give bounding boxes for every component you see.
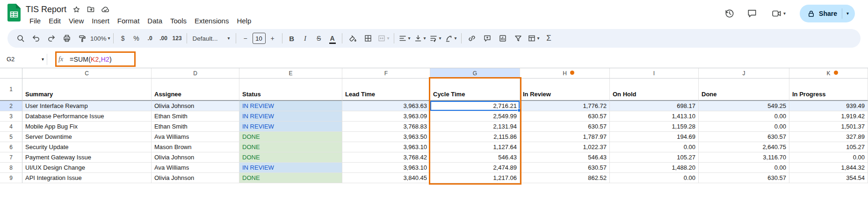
cell-H3[interactable]: 630.57	[520, 111, 610, 122]
decrease-font-size-button[interactable]: −	[239, 31, 252, 45]
print-button[interactable]	[59, 31, 74, 45]
move-button[interactable]	[87, 5, 95, 14]
search-menus-button[interactable]	[13, 31, 28, 45]
sheets-logo-icon[interactable]	[7, 4, 21, 22]
row-header-9[interactable]: 9	[0, 173, 22, 183]
cell-J3[interactable]: 0.00	[699, 111, 789, 122]
zoom-selector[interactable]: 100%	[90, 31, 110, 45]
currency-format-button[interactable]: $	[116, 31, 130, 45]
column-header-H[interactable]: H	[520, 68, 610, 79]
borders-button[interactable]	[361, 31, 376, 45]
cell-K3[interactable]: 1,919.42	[789, 111, 868, 122]
menu-file[interactable]: File	[26, 16, 44, 26]
row-header-8[interactable]: 8	[0, 163, 22, 173]
undo-button[interactable]	[29, 31, 43, 45]
cell-C9[interactable]: API Integration Issue	[22, 173, 152, 183]
cell-E4[interactable]: IN REVIEW	[239, 122, 342, 132]
row-header-4[interactable]: 4	[0, 122, 22, 132]
cell-C8[interactable]: UI/UX Design Change	[22, 163, 152, 173]
cell-K7[interactable]: 0.00	[789, 152, 868, 163]
text-color-button[interactable]: A	[326, 31, 339, 45]
cell-G5[interactable]: 2,115.86	[430, 132, 520, 142]
cell-J5[interactable]: 630.57	[699, 132, 789, 142]
row-header-5[interactable]: 5	[0, 132, 22, 142]
cell-K8[interactable]: 1,844.32	[789, 163, 868, 173]
cell-D4[interactable]: Ethan Smith	[152, 122, 239, 132]
row-header-1[interactable]: 1	[0, 79, 22, 101]
cell-J9[interactable]: 630.57	[699, 173, 789, 183]
formula-input[interactable]: =SUM(K2,H2)	[70, 56, 112, 63]
cell-D7[interactable]: Olivia Johnson	[152, 152, 239, 163]
fill-color-button[interactable]	[345, 31, 360, 45]
header-cell-H[interactable]: In Review	[520, 79, 610, 101]
cell-H6[interactable]: 1,022.37	[520, 142, 610, 152]
cell-E3[interactable]: IN REVIEW	[239, 111, 342, 122]
cell-C4[interactable]: Mobile App Bug Fix	[22, 122, 152, 132]
row-header-7[interactable]: 7	[0, 152, 22, 163]
horizontal-align-button[interactable]	[397, 31, 412, 45]
cell-K6[interactable]: 105.27	[789, 142, 868, 152]
cell-I7[interactable]: 105.27	[610, 152, 699, 163]
cell-H4[interactable]: 630.57	[520, 122, 610, 132]
cell-G3[interactable]: 2,549.99	[430, 111, 520, 122]
cell-G9[interactable]: 1,217.06	[430, 173, 520, 183]
cell-J2[interactable]: 549.25	[699, 101, 789, 111]
cell-F3[interactable]: 3,963.09	[342, 111, 430, 122]
strikethrough-button[interactable]: S	[312, 31, 326, 45]
cell-D8[interactable]: Ava Williams	[152, 163, 239, 173]
cell-K4[interactable]: 1,501.37	[789, 122, 868, 132]
cell-G7[interactable]: 546.43	[430, 152, 520, 163]
cell-C3[interactable]: Database Performance Issue	[22, 111, 152, 122]
increase-font-size-button[interactable]: +	[266, 31, 279, 45]
header-cell-I[interactable]: On Hold	[610, 79, 699, 101]
header-cell-G[interactable]: Cycle Time	[430, 79, 520, 101]
cell-I9[interactable]: 0.00	[610, 173, 699, 183]
functions-button[interactable]: Σ	[542, 31, 557, 45]
cell-F8[interactable]: 3,963.10	[342, 163, 430, 173]
cell-E6[interactable]: DONE	[239, 142, 342, 152]
cell-E9[interactable]: DONE	[239, 173, 342, 183]
text-wrap-button[interactable]	[428, 31, 443, 45]
cell-F7[interactable]: 3,768.42	[342, 152, 430, 163]
vertical-align-button[interactable]	[412, 31, 427, 45]
insert-link-button[interactable]	[464, 31, 479, 45]
version-history-button[interactable]	[720, 4, 739, 23]
cell-E2[interactable]: IN REVIEW	[239, 101, 342, 111]
menu-extensions[interactable]: Extensions	[191, 16, 232, 26]
decrease-decimal-button[interactable]: .0	[144, 31, 157, 45]
menu-edit[interactable]: Edit	[45, 16, 65, 26]
cell-F5[interactable]: 3,963.50	[342, 132, 430, 142]
font-selector[interactable]: Default...	[190, 31, 233, 45]
cell-I2[interactable]: 698.17	[610, 101, 699, 111]
header-cell-C[interactable]: Summary	[22, 79, 152, 101]
increase-decimal-button[interactable]: .00	[157, 31, 170, 45]
cell-F4[interactable]: 3,768.83	[342, 122, 430, 132]
column-header-J[interactable]: J	[699, 68, 789, 79]
cell-G2[interactable]: 2,716.21	[430, 101, 520, 111]
cell-I4[interactable]: 1,159.28	[610, 122, 699, 132]
menu-insert[interactable]: Insert	[88, 16, 113, 26]
cell-I6[interactable]: 0.00	[610, 142, 699, 152]
cell-H7[interactable]: 546.43	[520, 152, 610, 163]
text-rotation-button[interactable]	[443, 31, 458, 45]
cell-D6[interactable]: Mason Brown	[152, 142, 239, 152]
menu-help[interactable]: Help	[233, 16, 255, 26]
cell-H2[interactable]: 1,776.72	[520, 101, 610, 111]
table-button[interactable]	[526, 31, 541, 45]
cell-K5[interactable]: 327.89	[789, 132, 868, 142]
column-header-D[interactable]: D	[152, 68, 239, 79]
cell-F6[interactable]: 3,963.10	[342, 142, 430, 152]
row-header-3[interactable]: 3	[0, 111, 22, 122]
percent-format-button[interactable]: %	[130, 31, 143, 45]
cell-G4[interactable]: 2,131.94	[430, 122, 520, 132]
header-cell-F[interactable]: Lead Time	[342, 79, 430, 101]
bold-button[interactable]: B	[285, 31, 298, 45]
merge-cells-button[interactable]	[376, 31, 391, 45]
italic-button[interactable]: I	[299, 31, 312, 45]
cell-H5[interactable]: 1,787.97	[520, 132, 610, 142]
redo-button[interactable]	[44, 31, 59, 45]
name-box[interactable]: G2	[7, 56, 47, 63]
column-header-K[interactable]: K	[789, 68, 868, 79]
more-formats-button[interactable]: 123	[171, 31, 184, 45]
cell-H9[interactable]: 862.52	[520, 173, 610, 183]
